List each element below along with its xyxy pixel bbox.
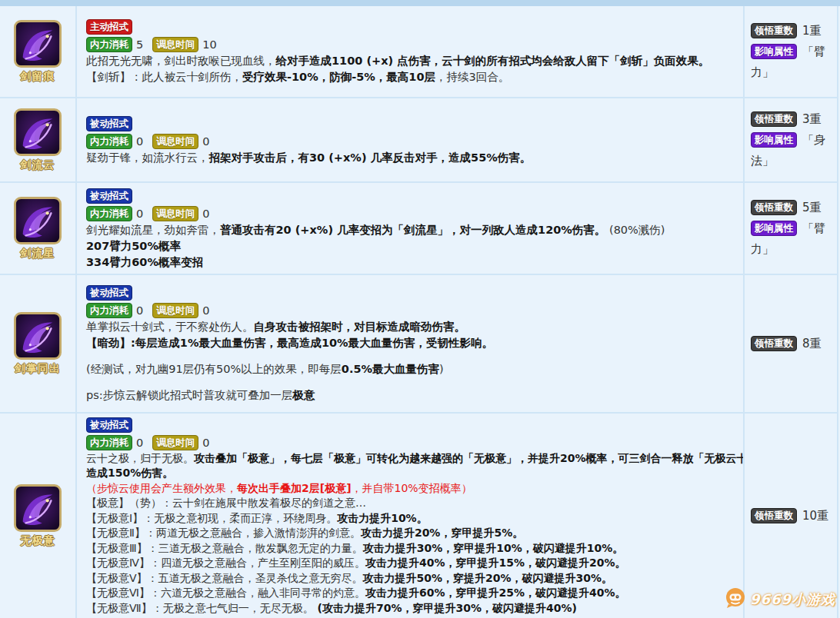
description-segment: 每次出手叠加2层[极意] (237, 482, 352, 494)
skill-meta-cell: 领悟重数1重 影响属性「臂力」 (743, 6, 837, 97)
inner-power-cost-value: 0 (136, 135, 143, 148)
skill-description-cell: 被动招式内力消耗0调息时间0单掌拟云十剑式，于不察处伤人。自身攻击被招架时，对目… (77, 275, 743, 412)
skill-meta: 领悟重数3重 影响属性「身法」 (751, 109, 837, 171)
skill-description-line: 【暗劲】:每层造成1%最大血量伤害，最高造成10%最大血量伤害，受韧性影响。 (86, 335, 743, 351)
description-segment: 334臂力60%概率变招 (86, 256, 203, 268)
skill-description-line: 【无极意Ⅶ】：无极之意七气归一，无尽无极。 (攻击力提升70%，穿甲提升30%，… (86, 601, 743, 616)
skill-description-line: 疑劲于锋，如流水行云，招架对手攻击后，有30 (+x%) 几率反击对手，造成55… (86, 150, 743, 166)
skill-description-line: ps:步惊云解锁此招式时普攻就可叠加一层极意 (86, 387, 743, 404)
skill-meta-cell: 领悟重数8重 (743, 275, 837, 412)
inner-power-cost-badge: 内力消耗 (86, 303, 132, 318)
skill-cost-line: 内力消耗0调息时间0 (86, 434, 743, 450)
cooldown-badge: 调息时间 (152, 37, 198, 52)
description-segment: 招架对手攻击后，有30 (+x%) 几率反击对手，造成55%伤害。 (209, 151, 532, 164)
skill-description-cell: 主动招式内力消耗5调息时间10此招无光无啸，剑出时敌喉已现血线，给对手造成110… (77, 6, 743, 97)
skill-description-line: 【无极意Ⅲ】：三道无极之意融合，散发飘忽无定的力量。攻击力提升30%，穿甲提升1… (86, 541, 743, 557)
active-skill-badge: 主动招式 (86, 19, 132, 35)
description-segment: 【无极意Ⅶ】：无极之意七气归一，无尽无极。 (86, 602, 314, 614)
description-segment: 给对手造成1100 (+x) 点伤害，云十剑的所有招式均会给敌人留下「剑斩」负面… (276, 55, 710, 67)
description-segment: (经测试，对九幽91层仍有50%以上的效果，即每层 (86, 363, 342, 375)
skill-description-cell: 被动招式内力消耗0调息时间0疑劲于锋，如流水行云，招架对手攻击后，有30 (+x… (77, 98, 743, 181)
skill-cost-line: 内力消耗0调息时间0 (86, 133, 743, 149)
mastery-value: 3重 (802, 112, 822, 126)
cooldown-badge: 调息时间 (152, 206, 198, 221)
inner-power-cost-value: 0 (136, 208, 143, 220)
description-segment: 剑光耀如流星，劲如奔雷， (86, 224, 220, 236)
watermark: 9669小游戏 (725, 587, 835, 612)
description-segment: ，持续3回合。 (435, 71, 509, 83)
skill-icon-cell: 剑掌同出 (0, 275, 77, 412)
skill-row: 剑流云被动招式内力消耗0调息时间0疑劲于锋，如流水行云，招架对手攻击后，有30 … (0, 98, 837, 183)
skill-row: 剑流星被动招式内力消耗0调息时间0剑光耀如流星，劲如奔雷，普通攻击有20 (+x… (0, 183, 837, 275)
description-segment: 普通攻击有20 (+x%) 几率变招为「剑流星」，对一列敌人造成120%伤害。 (220, 224, 605, 236)
skill-icon (14, 108, 62, 156)
description-segment: 207臂力50%概率 (86, 240, 181, 252)
inner-power-cost-value: 0 (136, 304, 143, 317)
description-segment: 攻击力提升50%，穿提升20%，破闪避提升30%。 (363, 572, 613, 584)
mastery-badge: 领悟重数 (751, 111, 797, 127)
mastery-value: 5重 (802, 201, 822, 214)
description-segment: ，并自带10%变招概率） (352, 482, 472, 494)
skill-description-line: 单掌拟云十剑式，于不察处伤人。自身攻击被招架时，对目标造成暗劲伤害。 (86, 319, 743, 335)
skill-description-line: 剑光耀如流星，劲如奔雷，普通攻击有20 (+x%) 几率变招为「剑流星」，对一列… (86, 222, 743, 238)
description-segment: 【无极意Ⅲ】：三道无极之意融合，散发飘忽无定的力量。 (86, 542, 363, 554)
description-segment: 【无极意Ⅳ】：四道无极之意融合，产生至刚至阳的威压。 (86, 557, 365, 569)
description-segment: （步惊云使用会产生额外效果， (86, 482, 237, 494)
inner-power-cost-badge: 内力消耗 (86, 37, 132, 52)
skill-icon (14, 197, 62, 244)
skill-description-line: 【无极意Ⅴ】：五道无极之意融合，圣灵杀伐之意无穷尽。攻击力提升50%，穿提升20… (86, 571, 743, 586)
inner-power-cost-badge: 内力消耗 (86, 206, 132, 221)
skill-icon (14, 20, 62, 68)
description-segment: 【暗劲】:每层造成1%最大血量伤害，最高造成10%最大血量伤害，受韧性影响。 (86, 337, 493, 349)
attribute-badge: 影响属性 (751, 221, 797, 236)
skill-type-line: 被动招式 (86, 284, 743, 301)
passive-skill-badge: 被动招式 (86, 417, 132, 433)
skill-meta: 领悟重数5重 影响属性「臂力」 (751, 198, 837, 260)
description-segment: 【无极意Ⅵ】：六道无极之意融合，融入非同寻常的灼意。 (86, 586, 365, 599)
watermark-logo-icon (725, 587, 746, 612)
skill-icon-cell: 无极意 (0, 414, 77, 618)
top-divider-bar (0, 0, 840, 6)
description-segment: 攻击力提升40%，穿甲提升15%，破闪避提升20%。 (365, 557, 626, 569)
description-segment: 攻击叠加「极意」，每七层「极意」可转化为越来越强的「无极意」，并提升20%概率，… (194, 452, 743, 464)
skill-meta: 领悟重数8重 (751, 334, 822, 354)
skill-description-line (86, 351, 743, 361)
skill-description-line: 【无极意Ⅰ】：无极之意初现，柔而正淳，环绕周身。攻击力提升10%。 (86, 511, 743, 527)
skill-icon (14, 312, 62, 360)
cooldown-value: 10 (202, 38, 216, 51)
mastery-value: 8重 (802, 337, 822, 351)
mastery-badge: 领悟重数 (751, 336, 797, 351)
description-segment: 单掌拟云十剑式，于不察处伤人。 (86, 321, 254, 333)
cooldown-value: 0 (202, 437, 209, 449)
inner-power-cost-badge: 内力消耗 (86, 134, 132, 149)
description-segment: 自身攻击被招架时，对目标造成暗劲伤害。 (254, 321, 466, 333)
skill-table: 剑留痕主动招式内力消耗5调息时间10此招无光无啸，剑出时敌喉已现血线，给对手造成… (0, 6, 838, 618)
description-segment: 攻击力提升60%，穿甲提升25%，破闪避提升40%。 (365, 586, 626, 599)
skill-type-line: 被动招式 (86, 417, 743, 433)
skill-icon-cell: 剑流云 (0, 98, 77, 181)
skill-description-cell: 被动招式内力消耗0调息时间0剑光耀如流星，劲如奔雷，普通攻击有20 (+x%) … (77, 183, 743, 274)
description-segment: 攻击力提升30%，穿甲提升10%，破闪避提升10%。 (363, 542, 624, 554)
cooldown-badge: 调息时间 (152, 303, 198, 318)
skill-type-line: 被动招式 (86, 115, 743, 131)
skill-name: 剑流云 (21, 158, 55, 172)
description-segment: (80%溅伤) (605, 224, 665, 236)
passive-skill-badge: 被动招式 (86, 285, 132, 301)
skill-cost-line: 内力消耗0调息时间0 (86, 205, 743, 221)
description-segment: 疑劲于锋，如流水行云， (86, 151, 209, 164)
skill-cost-line: 内力消耗5调息时间10 (86, 36, 743, 52)
mastery-badge: 领悟重数 (751, 200, 797, 215)
cooldown-value: 0 (202, 304, 209, 317)
skill-name: 无极意 (21, 534, 55, 548)
cooldown-badge: 调息时间 (152, 435, 198, 450)
attribute-badge: 影响属性 (751, 132, 797, 148)
skill-type-line: 被动招式 (86, 188, 743, 204)
skill-description-line: 207臂力50%概率 (86, 238, 743, 254)
skill-description-line: 【剑斩】：此人被云十剑所伤，受疗效果-10%，防御-5%，最高10层，持续3回合… (86, 69, 743, 85)
description-segment: ) (439, 363, 444, 375)
inner-power-cost-value: 5 (136, 38, 143, 51)
skill-row: 剑掌同出被动招式内力消耗0调息时间0单掌拟云十剑式，于不察处伤人。自身攻击被招架… (0, 275, 837, 414)
skill-description-line: 【无极意Ⅳ】：四道无极之意融合，产生至刚至阳的威压。攻击力提升40%，穿甲提升1… (86, 556, 743, 571)
description-segment: 0.5%最大血量伤害 (342, 363, 439, 375)
skill-description-line: 334臂力60%概率变招 (86, 254, 743, 271)
